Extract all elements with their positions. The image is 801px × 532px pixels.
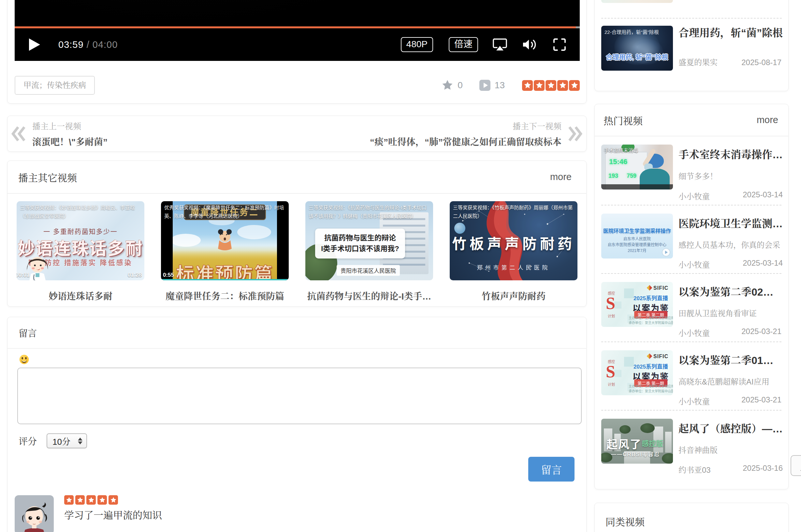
other-video-item[interactable]: 三等奖获奖视频：《抗菌药物与医生的辩论-I类手术切口该不该用我？》韩健梅（贵阳市… (305, 201, 433, 302)
comment-form: 评分 10分 留言 (7, 349, 586, 532)
debate-line2: I类手术切口该不该用我? (315, 243, 405, 254)
video-tag[interactable]: 甲流；传染性疾病 (15, 76, 95, 95)
similar-videos-heading: 同类视频 (595, 503, 788, 528)
hot-video-date: 2025-03-16 (743, 463, 783, 475)
section-header: 热门视频 more (595, 104, 788, 136)
thumbnail-caption: 三等奖获奖视频：《妙语连珠话多耐》周峻云、李亚晗（东部战区空军医院） (20, 204, 142, 221)
airplay-icon[interactable] (492, 38, 507, 51)
prev-video-link[interactable]: 播主上一视频 滚蛋吧！\"多耐菌” (12, 120, 113, 148)
rating-star-icon (535, 81, 544, 90)
led-display: 759 (627, 173, 636, 179)
related-video-thumbnail-partial[interactable] (601, 0, 673, 3)
hot-videos-more-link[interactable]: more (757, 115, 778, 125)
speed-button[interactable]: 倍速 (449, 37, 478, 52)
thumb-org-line: 承办单位：复旦大学附属中山医院 (629, 389, 673, 394)
thumb-art-tree (619, 425, 631, 434)
thumb-s-logo: S (606, 294, 615, 313)
video-meta-row: 甲流；传染性疾病 0 13 (15, 76, 580, 95)
thumbnail-caption: 三等奖获奖视频：《竹板声声防耐药》周丽娜（郑州市第二人民医院） (453, 204, 575, 221)
hot-video-date: 2025-03-14 (743, 259, 783, 270)
rating-row: 评分 10分 (17, 433, 577, 448)
other-video-thumbnail: 三等奖获奖视频：《妙语连珠话多耐》周峻云、李亚晗（东部战区空军医院） 一 多重耐… (17, 201, 144, 280)
other-videos-more-link[interactable]: more (550, 172, 571, 182)
fullscreen-icon[interactable] (553, 38, 566, 51)
thumb-subtitle-art: ——CRBSI零容忍 (611, 450, 660, 458)
select-arrows-icon (78, 438, 83, 444)
thumb-label: 22-合理用药，斩“菌”除根 (604, 28, 659, 35)
thumb-sific-logo: SIFIC (653, 285, 668, 291)
thumb-progress-bar (161, 279, 289, 280)
thumb-sific-logo: SIFIC (653, 354, 668, 359)
quality-button[interactable]: 480P (401, 37, 433, 52)
related-video-uploader[interactable]: 盛夏的果实 (678, 58, 717, 67)
back-to-top-button[interactable] (790, 455, 801, 476)
hot-video-date: 2025-03-21 (741, 395, 781, 407)
other-video-item[interactable]: 魔童降世任务二 优秀奖获奖视频：《魔童降世任务二：标准预防篇》时培英、陈峥、李李… (161, 201, 289, 302)
play-icon[interactable] (28, 38, 40, 51)
hot-video-uploader: 小小牧童 (678, 190, 710, 202)
comment-content: 学习了一遍甲流的知识 (64, 495, 162, 532)
rating-select[interactable]: 10分 (47, 433, 87, 448)
hot-video-item[interactable]: 15:46 193 759 手术室终末消毒 手术室终末消毒操作… 细节多多！ 小… (601, 136, 781, 205)
hot-video-subtitle: 田靓从卫监视角看审证 (678, 307, 781, 318)
other-videos-grid: 三等奖获奖视频：《妙语连珠话多耐》周峻云、李亚晗（东部战区空军医院） 一 多重耐… (7, 194, 586, 302)
volume-icon[interactable] (522, 38, 539, 51)
thumb-time-start: 00:01 (17, 272, 29, 278)
thumbnail-title-art: 竹板声声防耐药 (450, 232, 578, 253)
play-count-icon[interactable] (479, 79, 491, 91)
thumb-title-art: 医院环境卫生学监测采样操作 (601, 227, 673, 234)
prev-next-card: 播主上一视频 滚蛋吧！\"多耐菌” 播主下一视频 “痰”吐得体，“肺”常健康之如… (7, 116, 587, 152)
hot-video-uploader: 约书亚03 (678, 463, 711, 475)
hot-video-subtitle: 细节多多！ (678, 170, 783, 182)
emoji-picker-icon[interactable] (19, 355, 29, 364)
led-display: 15:46 (609, 157, 627, 166)
next-video-label: 播主下一视频 (370, 120, 562, 132)
next-video-link[interactable]: 播主下一视频 “痰”吐得体，“肺”常健康之如何正确留取痰标本 (364, 120, 582, 148)
rating-star-icon (523, 81, 532, 90)
time-display: 03:59 / 04:00 (58, 39, 117, 50)
thumb-time-end: 01:28 (128, 272, 142, 278)
thumbnail-caption: 三等奖获奖视频：《抗菌药物与医生的辩论-I类手术切口该不该用我？》韩健梅（贵阳市… (309, 204, 431, 221)
hot-video-item[interactable]: S 感控计划 SIFIC 2025系列直播 以案为鉴 第二季 第一期 主办单位：… (601, 342, 781, 410)
thumb-art-window-row (383, 225, 425, 227)
thumb-art-square (614, 302, 621, 309)
thumb-art-controls-bar (601, 184, 673, 189)
video-frame[interactable]: 03:59 / 04:00 480P 倍速 (15, 0, 580, 61)
other-video-item[interactable]: 三等奖获奖视频：《竹板声声防耐药》周丽娜（郑州市第二人民医院） 竹板声声防耐药 … (450, 201, 578, 302)
thumb-line: 启东市医院感染管理质量控制中心 (601, 242, 673, 247)
favorite-count: 0 (457, 80, 463, 91)
prev-video-title: 滚蛋吧！\"多耐菌” (32, 135, 108, 148)
nav-text-block: 播主上一视频 滚蛋吧！\"多耐菌” (32, 120, 108, 148)
thumb-art-square (614, 370, 621, 377)
comment-textarea[interactable] (17, 367, 582, 424)
hot-video-title: 起风了（感控版）—… (678, 420, 783, 435)
other-video-title: 竹板声声防耐药 (450, 289, 578, 302)
section-header: 播主其它视频 more (7, 161, 586, 194)
thumb-art-tree (601, 453, 612, 462)
hot-video-title: 以案为鉴第二季01… (678, 352, 781, 367)
thumbnail-logo (454, 223, 465, 234)
hot-video-item[interactable]: 起风了 感控版 ——CRBSI零容忍 起风了（感控版）—… 抖音神曲版 约书亚0… (601, 410, 781, 478)
hot-video-item[interactable]: S 感控计划 SIFIC 2025系列直播 以案为鉴 第二季 第二期 主办单位：… (601, 273, 781, 342)
favorite-star-icon[interactable] (441, 79, 454, 92)
thumb-time-start: 0:55 (163, 272, 174, 278)
related-video-thumbnail[interactable]: 22-合理用药，斩“菌”除根 合理用药, 斩“菌”除根 (601, 26, 673, 71)
related-video-title[interactable]: 合理用药，斩“菌”除根 (678, 24, 788, 39)
video-rating[interactable] (521, 80, 580, 91)
rating-star-icon (570, 81, 579, 90)
thumb-label: 手术室终末消毒 (604, 147, 638, 153)
thumb-play-icon (662, 249, 670, 256)
hot-video-thumbnail: S 感控计划 SIFIC 2025系列直播 以案为鉴 第二季 第一期 主办单位：… (601, 350, 673, 395)
next-video-title: “痰”吐得体，“肺”常健康之如何正确留取痰标本 (370, 135, 562, 148)
other-video-title: 魔童降世任务二：标准预防篇 (161, 289, 289, 302)
rating-label: 评分 (19, 434, 37, 448)
thumb-art-tree (662, 453, 673, 463)
thumbnail-hospital: 郑州市第二人民医院 (450, 263, 578, 271)
hot-video-item[interactable]: 医院环境卫生学监测采样操作 启东市人民医院 启东市医院感染管理质量控制中心 20… (601, 205, 781, 273)
thumb-art-tree (640, 423, 655, 433)
similar-videos-panel: 同类视频 (595, 503, 789, 532)
comment-star-icon (110, 496, 117, 504)
other-video-item[interactable]: 三等奖获奖视频：《妙语连珠话多耐》周峻云、李亚晗（东部战区空军医院） 一 多重耐… (17, 201, 144, 302)
hot-video-title: 以案为鉴第二季02… (678, 284, 781, 299)
submit-comment-button[interactable]: 留言 (528, 457, 575, 481)
